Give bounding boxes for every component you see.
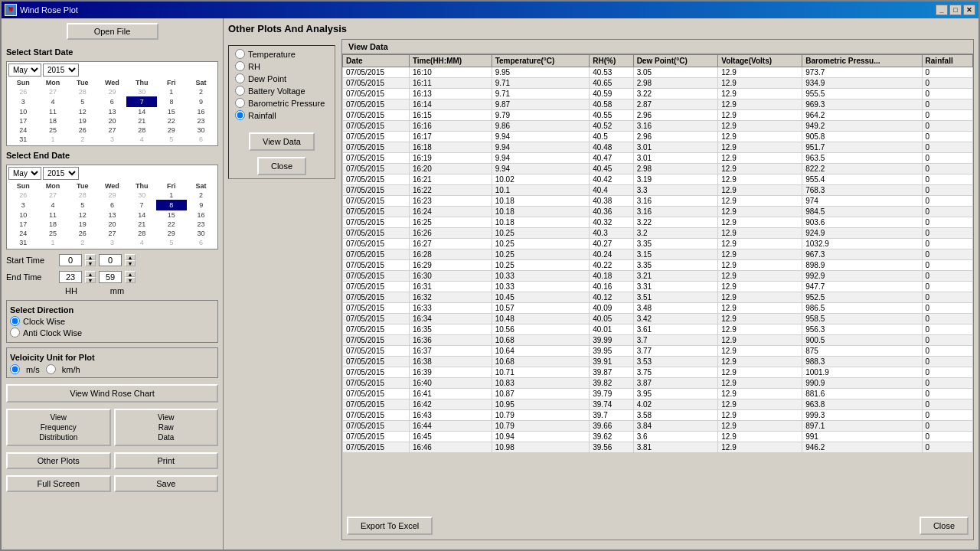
close-button[interactable]: Close [257, 157, 306, 175]
calendar-day[interactable]: 6 [97, 97, 127, 107]
calendar-day[interactable]: 21 [127, 116, 157, 126]
start-hh-down[interactable]: ▼ [85, 260, 96, 266]
calendar-day[interactable]: 8 [157, 97, 187, 107]
calendar-day[interactable]: 4 [38, 97, 68, 107]
calendar-day[interactable]: 29 [97, 191, 127, 201]
calendar-day[interactable]: 28 [127, 126, 157, 135]
close-window-button[interactable]: ✕ [963, 5, 975, 15]
calendar-day[interactable]: 6 [186, 238, 216, 247]
calendar-day[interactable]: 27 [38, 87, 68, 97]
calendar-day[interactable]: 25 [38, 229, 68, 238]
calendar-day[interactable]: 9 [186, 97, 216, 107]
end-hh-up[interactable]: ▲ [85, 271, 96, 277]
calendar-day[interactable]: 22 [157, 116, 187, 126]
calendar-day[interactable]: 26 [67, 126, 97, 135]
calendar-day[interactable]: 24 [8, 126, 38, 135]
open-file-button[interactable]: Open File [67, 23, 158, 40]
end-year-select[interactable]: 20152013201420162017 [43, 167, 79, 180]
calendar-day[interactable]: 18 [38, 220, 68, 229]
calendar-day[interactable]: 29 [157, 126, 187, 135]
calendar-day[interactable]: 29 [157, 229, 187, 238]
calendar-day[interactable]: 7 [127, 97, 157, 107]
calendar-day[interactable]: 26 [8, 191, 38, 201]
calendar-day[interactable]: 31 [8, 238, 38, 247]
calendar-day[interactable]: 14 [127, 107, 157, 117]
start-time-mm[interactable] [99, 254, 122, 266]
calendar-day[interactable]: 7 [127, 201, 157, 210]
barometric-radio[interactable] [235, 98, 245, 108]
calendar-day[interactable]: 26 [8, 87, 38, 97]
kmh-radio[interactable] [46, 364, 56, 374]
start-hh-up[interactable]: ▲ [85, 254, 96, 260]
calendar-day[interactable]: 1 [38, 238, 68, 247]
calendar-day[interactable]: 21 [127, 220, 157, 229]
calendar-day[interactable]: 20 [97, 220, 127, 229]
maximize-button[interactable]: □ [949, 5, 962, 15]
calendar-day[interactable]: 29 [97, 87, 127, 97]
anticlockwise-radio[interactable] [10, 328, 20, 337]
end-mm-up[interactable]: ▲ [125, 271, 136, 277]
calendar-day[interactable]: 2 [67, 135, 97, 144]
calendar-day[interactable]: 6 [186, 135, 216, 144]
calendar-day[interactable]: 3 [97, 135, 127, 144]
calendar-day[interactable]: 2 [186, 191, 216, 201]
view-freq-dist-button[interactable]: ViewFrequencyDistribution [6, 409, 111, 446]
print-button[interactable]: Print [114, 452, 219, 469]
calendar-day[interactable]: 17 [8, 116, 38, 126]
calendar-day[interactable]: 13 [97, 210, 127, 220]
view-data-button[interactable]: View Data [249, 132, 315, 151]
view-rose-chart-button[interactable]: View Wind Rose Chart [6, 384, 218, 403]
start-time-hh[interactable] [59, 254, 82, 266]
calendar-day[interactable]: 1 [157, 87, 187, 97]
minimize-button[interactable]: _ [936, 5, 948, 15]
calendar-day[interactable]: 2 [186, 87, 216, 97]
calendar-day[interactable]: 12 [67, 210, 97, 220]
calendar-day[interactable]: 26 [67, 229, 97, 238]
calendar-day[interactable]: 27 [38, 191, 68, 201]
calendar-day[interactable]: 16 [186, 210, 216, 220]
start-year-select[interactable]: 20152013201420162017 [43, 64, 79, 77]
calendar-day[interactable]: 19 [67, 116, 97, 126]
calendar-day[interactable]: 6 [97, 201, 127, 210]
calendar-day[interactable]: 23 [186, 220, 216, 229]
calendar-day[interactable]: 18 [38, 116, 68, 126]
clockwise-radio[interactable] [10, 316, 20, 326]
calendar-day[interactable]: 9 [186, 201, 216, 210]
calendar-day[interactable]: 5 [157, 135, 187, 144]
end-mm-down[interactable]: ▼ [125, 277, 136, 283]
end-time-mm[interactable] [99, 271, 122, 283]
calendar-day[interactable]: 8 [157, 201, 187, 210]
calendar-day[interactable]: 11 [38, 210, 68, 220]
start-mm-up[interactable]: ▲ [125, 254, 136, 260]
rainfall-radio[interactable] [235, 110, 245, 120]
ms-radio[interactable] [10, 364, 20, 374]
battery-radio[interactable] [235, 86, 245, 96]
dew-point-radio[interactable] [235, 73, 245, 83]
calendar-day[interactable]: 4 [127, 135, 157, 144]
calendar-day[interactable]: 28 [127, 229, 157, 238]
calendar-day[interactable]: 3 [8, 97, 38, 107]
calendar-day[interactable]: 13 [97, 107, 127, 117]
calendar-day[interactable]: 28 [67, 87, 97, 97]
end-month-select[interactable]: MayJanFebMarApr JunJulAugSepOct NovDec [8, 167, 41, 180]
calendar-day[interactable]: 30 [127, 87, 157, 97]
calendar-day[interactable]: 22 [157, 220, 187, 229]
calendar-day[interactable]: 14 [127, 210, 157, 220]
end-hh-down[interactable]: ▼ [85, 277, 96, 283]
calendar-day[interactable]: 3 [8, 201, 38, 210]
start-mm-down[interactable]: ▼ [125, 260, 136, 266]
end-time-hh[interactable] [59, 271, 82, 283]
calendar-day[interactable]: 10 [8, 107, 38, 117]
calendar-day[interactable]: 10 [8, 210, 38, 220]
calendar-day[interactable]: 11 [38, 107, 68, 117]
calendar-day[interactable]: 30 [186, 229, 216, 238]
calendar-day[interactable]: 15 [157, 107, 187, 117]
close-dialog-button[interactable]: Close [920, 517, 969, 535]
temperature-radio[interactable] [235, 49, 245, 59]
calendar-day[interactable]: 1 [157, 191, 187, 201]
calendar-day[interactable]: 3 [97, 238, 127, 247]
calendar-day[interactable]: 4 [38, 201, 68, 210]
export-to-excel-button[interactable]: Export To Excel [347, 517, 433, 535]
calendar-day[interactable]: 19 [67, 220, 97, 229]
calendar-day[interactable]: 27 [97, 229, 127, 238]
